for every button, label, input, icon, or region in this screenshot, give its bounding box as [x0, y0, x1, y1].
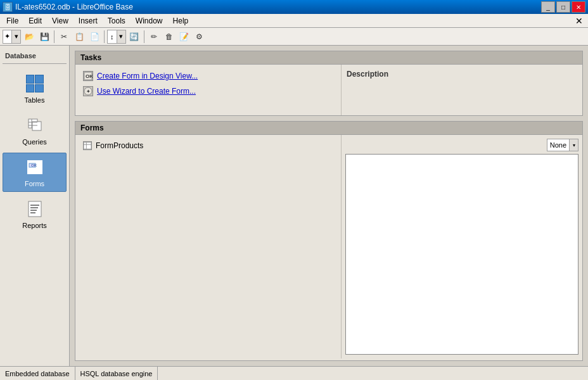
task-create-form[interactable]: OK Create Form in Design View... — [80, 70, 336, 82]
new-button-arrow[interactable]: ▾ — [11, 30, 20, 43]
form-item-icon-svg — [84, 142, 91, 149]
status-extra — [158, 367, 588, 380]
svg-rect-8 — [29, 201, 41, 217]
description-area: Description — [342, 65, 582, 115]
queries-icon-svg — [26, 117, 44, 134]
delete-button[interactable]: 🗑 — [162, 30, 176, 44]
reports-icon — [25, 199, 45, 219]
zoom-arrow[interactable]: ▾ — [117, 30, 125, 43]
menu-file[interactable]: File — [1, 15, 23, 27]
forms-icon: OK — [25, 157, 45, 177]
status-engine: HSQL database engine — [75, 367, 158, 380]
svg-text:OK: OK — [31, 163, 37, 167]
sidebar-header: Database — [3, 51, 67, 64]
zoom-dropdown[interactable]: ↕ ▾ — [107, 30, 126, 44]
paste-button[interactable]: 📄 — [87, 30, 101, 44]
task-wizard-form[interactable]: ✦ Use Wizard to Create Form... — [80, 85, 336, 98]
tables-icon — [25, 73, 45, 94]
sidebar-item-reports[interactable]: Reports — [3, 194, 67, 234]
content-area: Tasks OK Create Form in Design View... — [70, 46, 588, 366]
title-bar: 🗄 IL-ates6502.odb - LibreOffice Base _ □… — [0, 0, 588, 14]
zoom-label[interactable]: ↕ — [108, 33, 117, 41]
sidebar: Database Tables Queries — [0, 46, 70, 366]
task-icon-svg-1: OK — [84, 72, 93, 80]
description-label: Description — [347, 70, 388, 79]
tasks-header: Tasks — [75, 51, 582, 65]
task-wizard-form-icon: ✦ — [83, 86, 93, 96]
new-button-dropdown[interactable]: ✦ ▾ — [3, 30, 21, 44]
toolbar: ✦ ▾ 📂 💾 ✂ 📋 📄 ↕ ▾ 🔄 ✏ 🗑 📝 ⚙ — [0, 28, 588, 46]
copy-button[interactable]: 📋 — [72, 30, 86, 44]
forms-list: FormProducts — [75, 135, 342, 358]
tasks-panel: Tasks OK Create Form in Design View... — [75, 51, 583, 116]
reports-icon-svg — [26, 200, 44, 218]
app-icon: 🗄 — [3, 2, 13, 12]
sidebar-item-forms[interactable]: OK Forms — [3, 153, 67, 192]
window-controls: _ □ ✕ — [541, 1, 585, 13]
queries-label: Queries — [22, 138, 47, 146]
forms-label: Forms — [25, 180, 44, 187]
tables-label: Tables — [25, 96, 45, 104]
svg-rect-17 — [84, 142, 91, 149]
preview-box — [345, 154, 578, 355]
maximize-button[interactable]: □ — [556, 1, 570, 13]
task-wizard-form-label: Use Wizard to Create Form... — [97, 87, 196, 96]
tables-icon-grid — [26, 75, 44, 92]
status-bar: Embedded database HSQL database engine — [0, 366, 588, 380]
form-item-label: FormProducts — [96, 141, 143, 150]
refresh-button[interactable]: 🔄 — [127, 30, 141, 44]
preview-dropdown-arrow[interactable]: ▾ — [569, 139, 578, 151]
preview-dropdown-value: None — [547, 141, 569, 149]
cut-button[interactable]: ✂ — [57, 30, 71, 44]
queries-icon — [25, 115, 45, 136]
open-button[interactable]: 📂 — [22, 30, 36, 44]
task-icon-svg-2: ✦ — [84, 87, 93, 96]
svg-text:OK: OK — [86, 73, 93, 79]
task-create-form-label: Create Form in Design View... — [97, 72, 198, 80]
forms-icon-svg: OK — [25, 158, 44, 176]
title-bar-left: 🗄 IL-ates6502.odb - LibreOffice Base — [3, 2, 133, 12]
forms-panel: Forms FormProducts — [75, 121, 583, 361]
svg-rect-1 — [32, 122, 41, 130]
forms-panel-content: FormProducts None ▾ — [75, 135, 582, 358]
task-create-form-icon: OK — [83, 71, 93, 81]
forms-header: Forms — [75, 122, 582, 135]
menu-window[interactable]: Window — [131, 15, 168, 27]
form-item-icon — [83, 141, 92, 150]
menu-edit[interactable]: Edit — [23, 15, 47, 27]
edit-button[interactable]: ✏ — [147, 30, 161, 44]
save-button[interactable]: 💾 — [37, 30, 51, 44]
menu-view[interactable]: View — [47, 15, 74, 27]
tasks-content: OK Create Form in Design View... ✦ Us — [75, 65, 582, 115]
status-database-type: Embedded database — [0, 367, 75, 380]
toolbar-separator-1 — [54, 30, 54, 43]
minimize-button[interactable]: _ — [541, 1, 555, 13]
preview-dropdown[interactable]: None ▾ — [547, 139, 578, 151]
menu-insert[interactable]: Insert — [74, 15, 103, 27]
close-button[interactable]: ✕ — [572, 1, 585, 13]
svg-text:✦: ✦ — [86, 89, 91, 94]
toolbar-separator-2 — [104, 30, 105, 43]
menu-bar: File Edit View Insert Tools Window Help … — [0, 14, 588, 28]
sidebar-item-tables[interactable]: Tables — [3, 69, 67, 108]
preview-controls: None ▾ — [345, 139, 578, 151]
menu-tools[interactable]: Tools — [103, 15, 131, 27]
toolbar-separator-3 — [144, 30, 144, 43]
menu-close-button[interactable]: ✕ — [572, 15, 587, 27]
main-container: Database Tables Queries — [0, 46, 588, 366]
window-title: IL-ates6502.odb - LibreOffice Base — [15, 3, 133, 11]
reports-label: Reports — [22, 222, 47, 229]
tasks-list: OK Create Form in Design View... ✦ Us — [75, 65, 342, 115]
sidebar-item-queries[interactable]: Queries — [3, 111, 67, 150]
form-item-formproducts[interactable]: FormProducts — [80, 140, 336, 151]
property-button[interactable]: ⚙ — [193, 30, 207, 44]
preview-area: None ▾ — [342, 135, 582, 358]
menu-help[interactable]: Help — [168, 15, 194, 27]
rename-button[interactable]: 📝 — [177, 30, 191, 44]
new-button-label[interactable]: ✦ — [3, 32, 11, 41]
